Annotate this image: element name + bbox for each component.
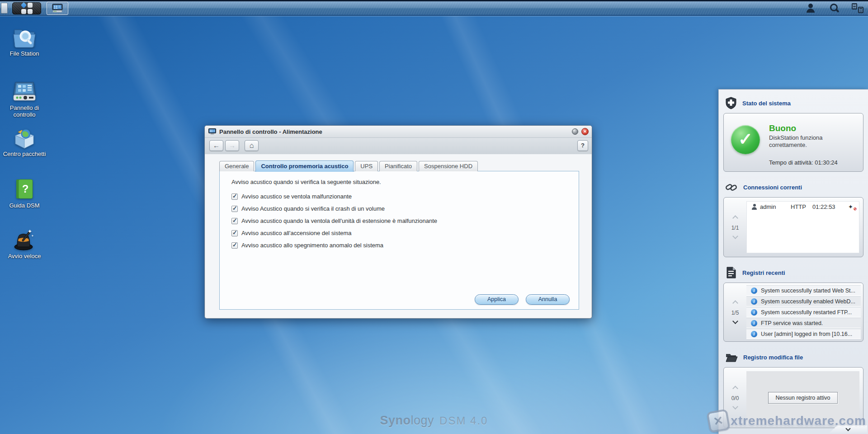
checkbox-row: Avviso acustico all'accensione del siste… [231, 230, 352, 236]
cancel-button[interactable]: Annulla [526, 294, 570, 305]
log-document-icon [725, 266, 737, 279]
tab-ups[interactable]: UPS [355, 161, 378, 171]
search-icon [829, 3, 839, 13]
pilot-view-button[interactable] [852, 2, 863, 14]
main-menu-button[interactable] [12, 2, 41, 14]
menu-square-icon [28, 9, 33, 14]
checkbox-abnormal-shutdown[interactable] [231, 242, 238, 249]
logo-text-bold: Syno [380, 414, 411, 427]
info-icon: i [751, 320, 757, 326]
connections-panel: 1/1 admin HTTP 01:22:53 [723, 197, 863, 257]
connections-header: Connessioni correnti [719, 180, 868, 194]
quick-start-icon: ✦ ✦ [12, 228, 37, 251]
help-button[interactable]: ? [577, 140, 588, 151]
control-panel-icon [12, 80, 37, 103]
page-up-icon[interactable] [732, 386, 738, 392]
show-desktop-button[interactable] [1, 3, 8, 14]
desktop-icon-dsm-help[interactable]: ? Guida DSM [2, 177, 47, 209]
info-icon: i [751, 331, 757, 337]
window-titlebar[interactable]: Pannello di controllo - Alimentazione ✕ [205, 126, 592, 138]
tab-pianificato[interactable]: Pianificato [379, 161, 417, 171]
recent-logs-panel: 1/5 i System successfully started Web St… [723, 283, 863, 342]
file-change-log-header: Registro modifica file [719, 350, 868, 364]
nav-forward-button[interactable]: → [225, 140, 239, 151]
info-icon: i [751, 298, 757, 305]
checkbox-row: Avviso Acustico quando si verifica il cr… [231, 205, 385, 212]
desktop-icon-quick-start[interactable]: ✦ ✦ Avvio veloce [2, 228, 47, 260]
section-title: Registro modifica file [743, 354, 803, 361]
log-row: i System successfully restarted FTP... [746, 307, 861, 317]
connections-list: admin HTTP 01:22:53 [746, 201, 859, 253]
user-icon [751, 204, 757, 210]
checkbox-expansion-fan[interactable] [231, 218, 238, 224]
log-text: System successfully enabled WebD... [761, 298, 855, 305]
intro-text: Avviso acustico quando si verifica la se… [231, 179, 381, 185]
desktop-icon-label: Avvio veloce [2, 253, 47, 260]
status-uptime: Tempo di attività: 01:30:24 [769, 159, 838, 166]
folder-icon [725, 352, 738, 363]
desktop-icon-file-station[interactable]: File Station [2, 25, 47, 57]
checkbox-label: Avviso acustico allo spegnimento anomalo… [241, 242, 383, 249]
nav-home-button[interactable]: ⌂ [245, 140, 259, 151]
section-title: Registri recenti [742, 269, 785, 276]
connection-protocol: HTTP [791, 203, 810, 210]
page-down-icon[interactable] [732, 404, 738, 410]
pilot-view-icon [852, 3, 863, 13]
info-icon: i [751, 309, 757, 316]
tab-sospensione-hdd[interactable]: Sospensione HDD [419, 161, 478, 171]
package-center-icon [12, 126, 37, 149]
status-value: Buono [769, 123, 796, 133]
tab-controllo-promemoria-acustico[interactable]: Controllo promemoria acustico [255, 160, 354, 172]
connection-user: admin [760, 203, 788, 210]
system-health-widget: Stato del sistema ✓ Buono DiskStation fu… [718, 89, 868, 434]
disconnect-icon[interactable] [848, 204, 856, 210]
checkbox-volume-crash[interactable] [231, 206, 238, 212]
log-text: User [admin] logged in from [10.16... [761, 331, 852, 337]
desktop-icon-package-center[interactable]: Centro pacchetti [2, 126, 47, 158]
page-up-icon[interactable] [732, 300, 738, 306]
checkbox-power-on[interactable] [231, 230, 238, 236]
tab-generale[interactable]: Generale [219, 161, 254, 171]
link-icon [725, 182, 738, 193]
info-icon: i [751, 288, 757, 294]
page-down-icon[interactable] [732, 318, 738, 324]
checkbox-label: Avviso acustico se ventola malfunzionant… [241, 193, 352, 200]
watermark-text: xtremehardware.com [731, 414, 866, 428]
search-button[interactable] [828, 2, 840, 14]
apply-button[interactable]: Applica [475, 294, 519, 305]
shield-icon [725, 97, 737, 109]
synology-dsm-logo: SynologyDSM 4.0 [380, 414, 488, 428]
pager-text: 0/0 [731, 395, 739, 401]
empty-log-message: Nessun registro attivo [768, 392, 838, 404]
checkbox-label: Avviso acustico all'accensione del siste… [241, 230, 352, 236]
control-panel-window: Pannello di controllo - Alimentazione ✕ … [204, 125, 592, 319]
desktop-icon-label: File Station [2, 51, 47, 57]
taskbar [0, 0, 868, 15]
user-icon [806, 4, 815, 13]
status-ok-icon: ✓ [731, 125, 760, 154]
window-title: Pannello di controllo - Alimentazione [219, 128, 322, 135]
log-row: i User [admin] logged in from [10.16... [746, 329, 861, 339]
section-title: Stato del sistema [742, 100, 791, 107]
watermark-x-icon: ✕ [707, 409, 731, 433]
section-title: Connessioni correnti [743, 184, 802, 191]
log-text: System successfully started Web St... [761, 288, 855, 294]
page-up-icon[interactable] [732, 215, 738, 221]
menu-diamond-icon [20, 2, 27, 8]
recent-logs-header: Registri recenti [719, 265, 868, 280]
nav-back-button[interactable]: ← [209, 140, 223, 151]
page-down-icon[interactable] [732, 233, 738, 239]
pager-text: 1/1 [731, 225, 739, 231]
user-menu-button[interactable] [805, 2, 816, 14]
connection-row: admin HTTP 01:22:53 [747, 202, 859, 212]
taskbar-item-control-panel[interactable] [47, 2, 68, 15]
close-button[interactable]: ✕ [581, 128, 589, 135]
menu-square-icon [28, 3, 33, 8]
svg-text:✦: ✦ [28, 228, 32, 235]
logo-text: logy [411, 414, 434, 427]
log-row: i System successfully started Web St... [746, 285, 861, 296]
system-status-panel: ✓ Buono DiskStation funziona correttamen… [723, 113, 863, 172]
minimize-button[interactable] [572, 128, 578, 135]
desktop-icon-control-panel[interactable]: Pannello di controllo [2, 80, 47, 118]
checkbox-fan-malfunction[interactable] [231, 193, 238, 200]
